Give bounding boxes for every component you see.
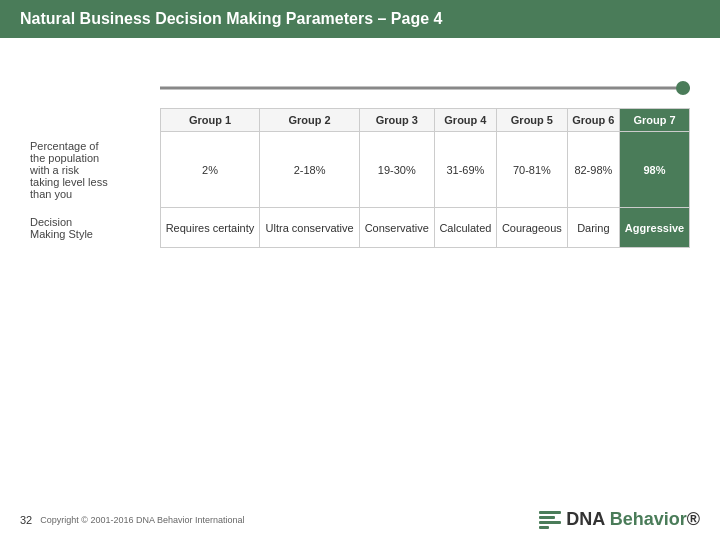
page-number: 32	[20, 514, 32, 526]
row-percentage-g5: 70-81%	[497, 132, 568, 208]
slider-track	[160, 87, 690, 90]
row-decision-style: DecisionMaking Style Requires certainty …	[30, 208, 690, 248]
page-header: Natural Business Decision Making Paramet…	[0, 0, 720, 38]
header-group5: Group 5	[497, 109, 568, 132]
row-percentage-g6: 82-98%	[567, 132, 619, 208]
logo-behavior: Behavior	[610, 509, 687, 529]
header-empty	[30, 109, 160, 132]
row-decision-g1: Requires certainty	[160, 208, 260, 248]
header-group7: Group 7	[620, 109, 690, 132]
parameters-table: Group 1 Group 2 Group 3 Group 4 Group 5 …	[30, 108, 690, 248]
row-percentage-g4: 31-69%	[434, 132, 496, 208]
row-percentage-g1: 2%	[160, 132, 260, 208]
row-percentage-g3: 19-30%	[359, 132, 434, 208]
logo-bar-2	[539, 516, 555, 519]
logo-bar-1	[539, 511, 561, 514]
logo-text: DNA Behavior®	[566, 509, 700, 530]
dna-logo: DNA Behavior®	[539, 509, 700, 530]
header-group2: Group 2	[260, 109, 359, 132]
header-group4: Group 4	[434, 109, 496, 132]
row-percentage-label: Percentage ofthe populationwith a riskta…	[30, 132, 160, 208]
row-percentage-g2: 2-18%	[260, 132, 359, 208]
slider-container	[160, 78, 690, 98]
row-decision-label: DecisionMaking Style	[30, 208, 160, 248]
footer: 32 Copyright © 2001-2016 DNA Behavior In…	[0, 509, 720, 530]
row-percentage: Percentage ofthe populationwith a riskta…	[30, 132, 690, 208]
row-decision-g2: Ultra conservative	[260, 208, 359, 248]
logo-bar-4	[539, 526, 549, 529]
header-group6: Group 6	[567, 109, 619, 132]
copyright-text: Copyright © 2001-2016 DNA Behavior Inter…	[40, 515, 244, 525]
slider-thumb	[676, 81, 690, 95]
header-group1: Group 1	[160, 109, 260, 132]
main-content: Group 1 Group 2 Group 3 Group 4 Group 5 …	[0, 38, 720, 268]
header-group3: Group 3	[359, 109, 434, 132]
row-decision-g3: Conservative	[359, 208, 434, 248]
logo-bar-3	[539, 521, 561, 524]
logo-bars	[539, 511, 561, 529]
row-decision-g7: Aggressive	[620, 208, 690, 248]
page-title: Natural Business Decision Making Paramet…	[20, 10, 442, 27]
row-decision-g6: Daring	[567, 208, 619, 248]
row-decision-g5: Courageous	[497, 208, 568, 248]
row-decision-g4: Calculated	[434, 208, 496, 248]
row-percentage-g7: 98%	[620, 132, 690, 208]
table-wrapper: Group 1 Group 2 Group 3 Group 4 Group 5 …	[30, 108, 690, 248]
header-row: Group 1 Group 2 Group 3 Group 4 Group 5 …	[30, 109, 690, 132]
